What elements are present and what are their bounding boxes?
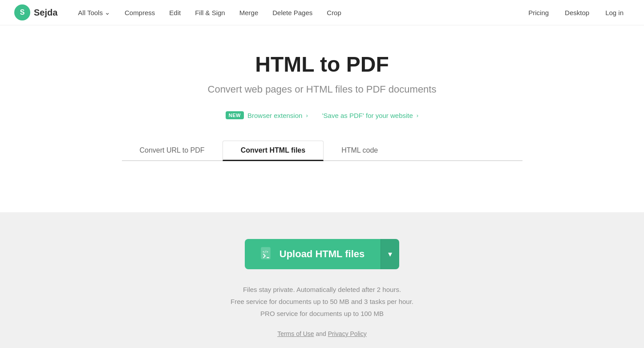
logo-icon: S <box>14 4 30 20</box>
nav-right: Pricing Desktop Log in <box>522 5 630 20</box>
nav-compress[interactable]: Compress <box>118 5 161 20</box>
and-text: and <box>316 330 328 337</box>
browser-extension-label: Browser extension <box>247 112 302 119</box>
chevron-right-icon-2: › <box>417 112 418 119</box>
tabs-container: Convert URL to PDF Convert HTML files HT… <box>122 141 522 161</box>
nav-delete-pages[interactable]: Delete Pages <box>266 5 319 20</box>
nav-fill-sign[interactable]: Fill & Sign <box>189 5 231 20</box>
nav-pricing[interactable]: Pricing <box>522 5 555 20</box>
html-file-icon: </> <box>261 247 273 261</box>
save-as-pdf-label: 'Save as PDF' for your website <box>322 112 413 119</box>
upload-info: Files stay private. Automatically delete… <box>231 283 413 320</box>
nav-all-tools[interactable]: All Tools ⌄ <box>72 5 117 20</box>
upload-info-line-3: PRO service for documents up to 100 MB <box>231 308 413 320</box>
nav-crop[interactable]: Crop <box>320 5 348 20</box>
terms-row: Terms of Use and Privacy Policy <box>277 330 367 337</box>
nav-login[interactable]: Log in <box>599 5 630 20</box>
upload-button-label: Upload HTML files <box>279 248 365 260</box>
tab-convert-url[interactable]: Convert URL to PDF <box>122 141 223 161</box>
new-badge: NEW <box>226 111 244 119</box>
nav-edit[interactable]: Edit <box>163 5 187 20</box>
save-as-pdf-badge[interactable]: 'Save as PDF' for your website › <box>322 112 418 119</box>
svg-text:</>: </> <box>263 250 268 254</box>
nav-links: All Tools ⌄ Compress Edit Fill & Sign Me… <box>72 5 522 20</box>
page-subtitle: Convert web pages or HTML files to PDF d… <box>208 84 437 95</box>
badges-row: NEW Browser extension › 'Save as PDF' fo… <box>226 111 418 119</box>
upload-info-line-2: Free service for documents up to 50 MB a… <box>231 295 413 308</box>
terms-link[interactable]: Terms of Use <box>277 330 314 337</box>
logo-text: Sejda <box>34 8 57 18</box>
nav-desktop[interactable]: Desktop <box>559 5 595 20</box>
page-title: HTML to PDF <box>255 52 389 77</box>
chevron-down-icon: ⌄ <box>105 8 110 16</box>
tab-html-code[interactable]: HTML code <box>324 141 396 161</box>
upload-html-files-button[interactable]: </> Upload HTML files <box>245 239 381 269</box>
dropdown-arrow-icon: ▾ <box>388 249 392 259</box>
logo[interactable]: S Sejda <box>14 4 57 20</box>
upload-info-line-1: Files stay private. Automatically delete… <box>231 283 413 295</box>
tab-convert-html-files[interactable]: Convert HTML files <box>223 141 324 161</box>
browser-extension-badge[interactable]: NEW Browser extension › <box>226 111 308 119</box>
chevron-right-icon: › <box>306 112 308 119</box>
privacy-link[interactable]: Privacy Policy <box>328 330 367 337</box>
upload-button-container: </> Upload HTML files ▾ <box>245 239 400 269</box>
upload-dropdown-button[interactable]: ▾ <box>381 239 399 269</box>
nav-merge[interactable]: Merge <box>233 5 265 20</box>
main-content: HTML to PDF Convert web pages or HTML fi… <box>0 25 644 212</box>
upload-section: </> Upload HTML files ▾ Files stay priva… <box>0 212 644 348</box>
